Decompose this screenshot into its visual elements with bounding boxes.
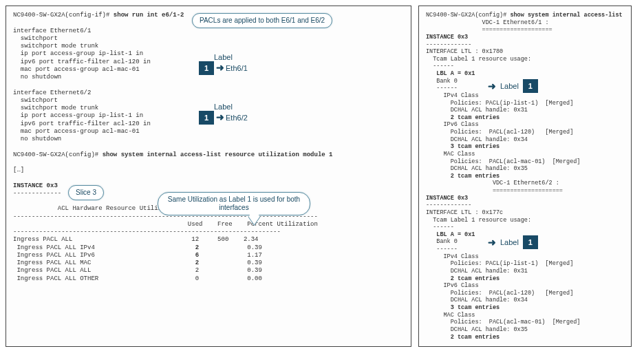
arrow-icon: ➜ [216,111,224,123]
label-tag-right-1: ➜ Label 1 [488,79,538,93]
label-word: Label [199,53,248,61]
label-word: Label [500,82,519,90]
arrow-icon: ➜ [216,62,224,73]
right-panel: NC9400-SW-GX2A(config)# show system inte… [418,6,632,347]
callout-pacls: PACLs are applied to both E6/1 and E6/2 [192,13,332,28]
label-word: Label [500,238,519,246]
eth-label: Eth6/1 [226,64,248,72]
callout-utilization: Same Utilization as Label 1 is used for … [158,192,310,215]
label-tag-eth2: Label 1 ➜ Eth6/2 [199,103,248,125]
arrow-icon: ➜ [488,81,496,92]
label-tag-right-2: ➜ Label 1 [488,235,538,249]
label-box: 1 [199,111,214,125]
label-box: 1 [523,235,538,249]
eth-label: Eth6/2 [226,114,248,122]
left-panel: NC9400-SW-GX2A(config-if)# show run int … [6,6,411,347]
callout-slice: Slice 3 [68,185,104,200]
label-box: 1 [523,79,538,93]
arrow-icon: ➜ [488,237,496,248]
label-box: 1 [199,61,214,75]
label-word: Label [199,103,248,111]
cli-output-right: NC9400-SW-GX2A(config)# show system inte… [426,12,624,341]
label-tag-eth1: Label 1 ➜ Eth6/1 [199,53,248,75]
